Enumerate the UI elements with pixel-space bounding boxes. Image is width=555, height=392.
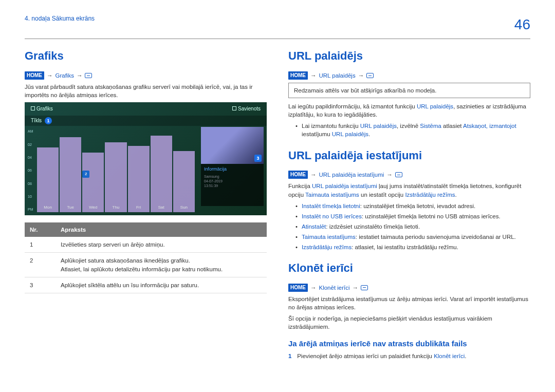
ss-thumb: 3 <box>201 127 264 164</box>
col-nr: Nr. <box>25 222 55 237</box>
arrow-icon: → <box>310 71 317 80</box>
list-item: Izstrādātāju režīms: atlasiet, lai iesta… <box>295 243 530 251</box>
heading-klonet: Klonēt ierīci <box>288 260 530 276</box>
url-iestat-p1: Funkcija URL palaidēja iestatījumi ļauj … <box>288 182 530 198</box>
nav-item-url: URL palaidējs <box>319 71 356 80</box>
table-row: 1 Izvēlieties starp serveri un ārējo atm… <box>25 237 267 253</box>
arrow-icon: → <box>353 284 359 292</box>
arrow-icon: → <box>77 71 83 80</box>
home-chip: HOME <box>288 171 308 179</box>
enter-icon <box>366 73 374 78</box>
ss-info: Informācija Samsung04-07-201913:51:39 <box>201 164 264 206</box>
sub-heading-klonet: Ja ārējā atmiņas ierīcē nav atrasts dubl… <box>288 338 530 349</box>
grafiks-screenshot: Grafiks Savienots Tīkls 1 AM0204060810PM… <box>25 102 267 215</box>
page-number: 46 <box>514 14 530 34</box>
ss-chart: Mon Tue Wed 2 Thu Fri Sat Sun <box>37 127 195 212</box>
list-item: Taimauta iestatījums: iestatiet taimauta… <box>295 233 530 241</box>
arrow-icon: → <box>386 171 393 179</box>
ss-hours: AM0204060810PM <box>28 129 36 212</box>
nav-path-grafiks: HOME → Grafiks → <box>25 71 267 80</box>
enter-icon <box>395 172 402 177</box>
note-box: Redzamais attēls var būt atšķirīgs atkar… <box>288 83 530 98</box>
ss-network: Tīkls <box>31 117 42 124</box>
klonet-p1: Eksportējiet izstrādājuma iestatījumus u… <box>288 295 530 311</box>
grid-icon <box>31 106 35 110</box>
callout-2: 2 <box>82 171 89 178</box>
arrow-icon: → <box>47 71 53 80</box>
list-item: Atinstalēt: izdzēsiet uzinstalēto tīmekļ… <box>295 222 530 231</box>
heading-url-palaidejs: URL palaidējs <box>288 48 530 64</box>
home-chip: HOME <box>288 284 308 292</box>
arrow-icon: → <box>310 171 317 179</box>
header-rule <box>25 39 530 39</box>
arrow-icon: → <box>310 284 317 292</box>
right-column: URL palaidējs HOME → URL palaidējs → Red… <box>288 48 530 360</box>
step-1: 1 Pievienojiet ārējo atmiņas ierīci un p… <box>288 352 530 360</box>
nav-path-url-iestat: HOME → URL palaidēja iestatījumi → <box>288 171 530 179</box>
chapter-label: 4. nodaļa Sākuma ekrāns <box>25 14 95 23</box>
arrow-icon: → <box>358 71 364 80</box>
grafiks-intro: Jūs varat pārbaudīt satura atskaņošanas … <box>25 83 267 99</box>
enter-icon <box>85 73 92 78</box>
home-chip: HOME <box>25 71 44 80</box>
url-p1: Lai iegūtu papildinformāciju, kā izmanto… <box>288 102 530 119</box>
nav-item-klonet: Klonēt ierīci <box>319 284 350 292</box>
link-icon <box>232 106 236 110</box>
nav-item-grafiks: Grafiks <box>55 71 74 80</box>
ss-connected: Savienots <box>238 106 261 111</box>
desc-table: Nr. Apraksts 1 Izvēlieties starp serveri… <box>25 222 267 293</box>
heading-grafiks: Grafiks <box>25 48 267 64</box>
home-chip: HOME <box>288 71 308 80</box>
callout-1: 1 <box>45 117 52 124</box>
left-column: Grafiks HOME → Grafiks → Jūs varat pārba… <box>25 48 267 360</box>
nav-item-url-iestat: URL palaidēja iestatījumi <box>319 171 384 179</box>
enter-icon <box>361 285 368 290</box>
list-item: Instalēt no USB ierīces: uzinstalējiet t… <box>295 212 530 220</box>
col-desc: Apraksts <box>55 222 267 237</box>
ss-title: Grafiks <box>36 106 53 111</box>
list-item: Lai izmantotu funkciju URL palaidējs, iz… <box>295 122 530 138</box>
klonet-p2: Šī opcija ir noderīga, ja nepieciešams p… <box>288 314 530 331</box>
callout-3: 3 <box>254 155 262 162</box>
list-item: Instalēt tīmekļa lietotni: uzinstalējiet… <box>295 202 530 210</box>
nav-path-klonet: HOME → Klonēt ierīci → <box>288 284 530 292</box>
table-row: 3 Aplūkojiet sīktēla attēlu un īsu infor… <box>25 277 267 293</box>
heading-url-iestat: URL palaidēja iestatījumi <box>288 148 530 164</box>
table-row: 2 Aplūkojiet satura atskaņošanas iknedēļ… <box>25 253 267 277</box>
nav-path-url: HOME → URL palaidējs → <box>288 71 530 80</box>
